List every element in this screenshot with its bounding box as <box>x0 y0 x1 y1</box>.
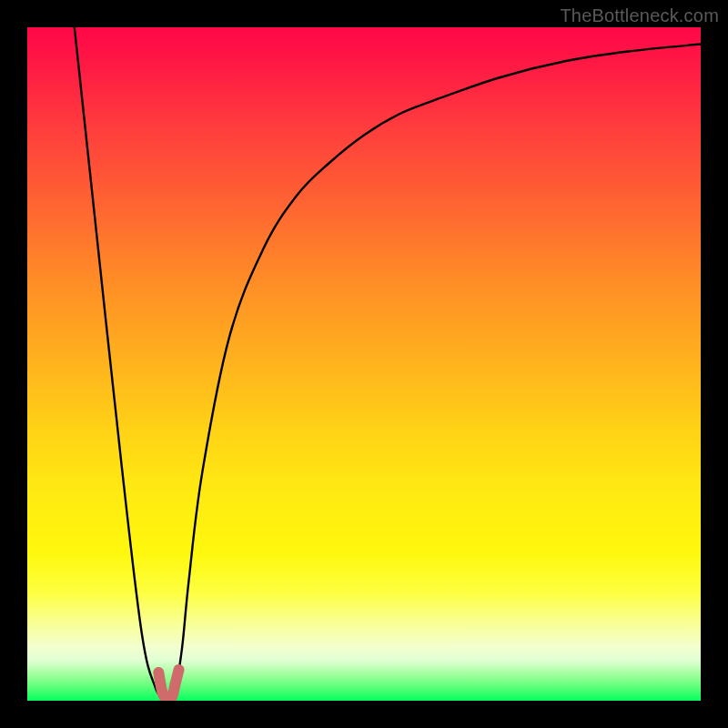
marker-band <box>158 670 178 699</box>
chart-frame: TheBottleneck.com <box>0 0 728 728</box>
plot-area <box>27 27 701 701</box>
curve-layer <box>27 27 701 701</box>
bottleneck-curve <box>75 27 701 695</box>
watermark-label: TheBottleneck.com <box>560 5 719 26</box>
